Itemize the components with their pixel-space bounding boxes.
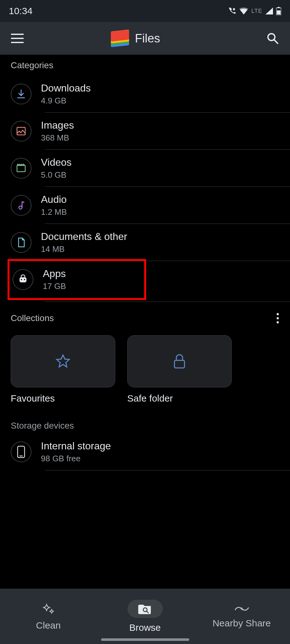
collection-safe-folder[interactable]: Safe folder (127, 335, 232, 404)
collections-header: Collections (11, 313, 54, 323)
category-images[interactable]: Images 368 MB (0, 113, 290, 150)
video-icon (11, 158, 31, 179)
category-size: 14 MB (41, 244, 127, 254)
collections-more-button[interactable] (276, 313, 279, 324)
svg-rect-2 (277, 10, 281, 14)
apps-icon (13, 269, 33, 290)
collection-title: Favourites (11, 393, 115, 404)
category-downloads[interactable]: Downloads 4.9 GB (0, 75, 290, 113)
nav-nearby-share[interactable]: Nearby Share (193, 604, 290, 629)
categories-header: Categories (0, 60, 290, 75)
star-icon (55, 354, 71, 369)
signal-icon (265, 8, 273, 14)
nearby-share-icon (234, 604, 250, 613)
category-apps[interactable]: Apps 17 GB (9, 261, 144, 298)
download-icon (11, 84, 31, 104)
status-time: 10:34 (9, 6, 32, 16)
category-size: 1.2 MB (41, 207, 67, 217)
nav-label: Nearby Share (213, 618, 271, 629)
collection-favourites[interactable]: Favourites (11, 335, 115, 404)
app-bar: Files (0, 22, 290, 55)
image-icon (11, 121, 31, 142)
svg-rect-17 (174, 360, 185, 368)
svg-point-12 (21, 279, 22, 280)
nav-clean[interactable]: Clean (0, 602, 97, 631)
search-button[interactable] (264, 30, 281, 47)
category-size: 368 MB (41, 133, 74, 143)
category-size: 4.9 GB (41, 96, 91, 106)
svg-point-15 (277, 317, 279, 319)
nav-label: Clean (36, 620, 60, 631)
svg-point-10 (19, 206, 22, 209)
lock-icon (173, 353, 186, 369)
home-indicator[interactable] (101, 638, 189, 641)
wifi-icon (239, 8, 248, 14)
svg-point-16 (277, 321, 279, 324)
category-title: Downloads (41, 82, 91, 94)
document-icon (11, 232, 31, 253)
svg-point-14 (277, 313, 279, 315)
category-size: 5.0 GB (41, 170, 71, 180)
folder-search-icon (128, 600, 163, 618)
app-title-wrap: Files (7, 31, 264, 46)
category-title: Documents & other (41, 231, 127, 242)
status-bar: 10:34 LTE (0, 0, 290, 22)
storage-title: Internal storage (41, 440, 111, 452)
files-logo-icon (111, 31, 129, 46)
status-icons: LTE (227, 7, 281, 15)
svg-rect-8 (17, 127, 25, 135)
category-size: 17 GB (43, 281, 66, 291)
collection-title: Safe folder (127, 393, 232, 404)
svg-rect-9 (17, 165, 25, 172)
main-content: Categories Downloads 4.9 GB Images 368 M… (0, 55, 290, 589)
search-icon (266, 32, 279, 45)
storage-header: Storage devices (0, 404, 290, 433)
category-audio[interactable]: Audio 1.2 MB (0, 187, 290, 224)
more-vert-icon (276, 313, 279, 324)
category-documents[interactable]: Documents & other 14 MB (0, 224, 290, 261)
storage-internal[interactable]: Internal storage 98 GB free (0, 433, 290, 470)
category-title: Apps (43, 268, 66, 280)
svg-rect-11 (20, 277, 26, 282)
svg-line-7 (274, 40, 278, 43)
audio-icon (11, 195, 31, 216)
category-videos[interactable]: Videos 5.0 GB (0, 150, 290, 187)
battery-icon (276, 7, 281, 15)
bottom-nav: Clean Browse Nearby Share (0, 589, 290, 644)
category-title: Audio (41, 194, 67, 205)
storage-free: 98 GB free (41, 454, 111, 464)
app-title: Files (135, 32, 160, 45)
nav-label: Browse (129, 622, 161, 633)
svg-point-13 (24, 279, 25, 280)
sparkle-icon (42, 602, 55, 616)
phone-icon (11, 441, 31, 462)
nav-browse[interactable]: Browse (97, 600, 193, 633)
category-title: Images (41, 119, 74, 131)
wifi-calling-icon (227, 7, 236, 15)
category-title: Videos (41, 157, 71, 168)
network-type: LTE (251, 8, 262, 14)
annotation-highlight: Apps 17 GB (8, 259, 146, 300)
